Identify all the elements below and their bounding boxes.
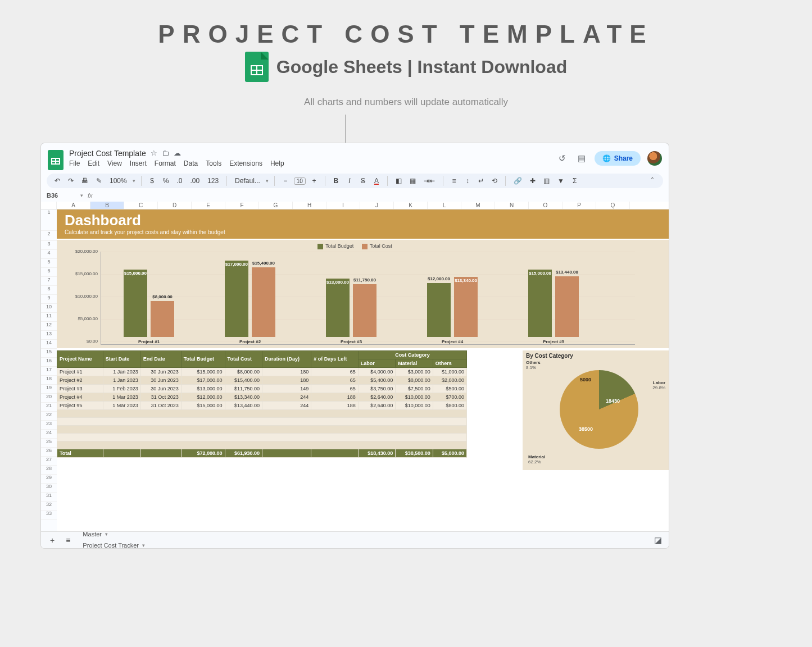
col-header-M[interactable]: M	[461, 202, 495, 209]
collapse-toolbar-button[interactable]: ˆ	[647, 176, 657, 186]
row-header-31[interactable]: 31	[41, 493, 57, 502]
row-header-11[interactable]: 11	[41, 313, 57, 322]
col-header-B[interactable]: B	[90, 202, 124, 209]
percent-button[interactable]: %	[161, 176, 171, 186]
explore-button[interactable]: ◪	[652, 534, 664, 546]
row-header-21[interactable]: 21	[41, 403, 57, 412]
row-header-12[interactable]: 12	[41, 322, 57, 331]
comment-button[interactable]: ✚	[528, 176, 538, 186]
cloud-icon[interactable]: ☁	[174, 149, 181, 157]
table-row[interactable]	[57, 441, 467, 449]
col-header-D[interactable]: D	[158, 202, 192, 209]
text-color-button[interactable]: A	[371, 176, 382, 186]
chevron-down-icon[interactable]: ▾	[142, 543, 145, 548]
filter-button[interactable]: ▼	[555, 176, 566, 186]
chart-button[interactable]: ▥	[541, 176, 552, 186]
avatar[interactable]	[647, 151, 662, 166]
table-row[interactable]: Project #51 Mar 202331 Oct 2023$15,000.0…	[57, 401, 467, 409]
row-header-18[interactable]: 18	[41, 376, 57, 385]
col-header-P[interactable]: P	[562, 202, 596, 209]
italic-button[interactable]: I	[344, 176, 355, 186]
row-header-23[interactable]: 23	[41, 421, 57, 430]
row-header-13[interactable]: 13	[41, 331, 57, 340]
menu-edit[interactable]: Edit	[88, 160, 99, 167]
move-icon[interactable]: 🗀	[162, 149, 169, 157]
all-sheets-button[interactable]: ≡	[61, 536, 75, 545]
row-header-22[interactable]: 22	[41, 412, 57, 421]
col-header-Q[interactable]: Q	[596, 202, 630, 209]
row-header-30[interactable]: 30	[41, 484, 57, 493]
merge-button[interactable]: ⇥⇤	[421, 176, 437, 186]
font-select[interactable]: Defaul...	[233, 176, 262, 186]
doc-title[interactable]: Project Cost Template	[69, 149, 146, 158]
col-header-G[interactable]: G	[259, 202, 293, 209]
share-button[interactable]: 🌐 Share	[595, 151, 641, 166]
row-header-10[interactable]: 10	[41, 304, 57, 313]
col-header-F[interactable]: F	[225, 202, 259, 209]
table-row[interactable]: Project #21 Jan 202330 Jun 2023$17,000.0…	[57, 376, 467, 384]
functions-button[interactable]: Σ	[570, 176, 580, 186]
row-header-32[interactable]: 32	[41, 502, 57, 511]
borders-button[interactable]: ▦	[407, 176, 418, 186]
col-header-E[interactable]: E	[192, 202, 225, 209]
valign-button[interactable]: ↕	[462, 176, 473, 186]
col-header-I[interactable]: I	[326, 202, 360, 209]
row-header-25[interactable]: 25	[41, 439, 57, 448]
summary-table[interactable]: Project NameStart DateEnd DateTotal Budg…	[57, 350, 467, 458]
table-row[interactable]: Project #31 Feb 202330 Jun 2023$13,000.0…	[57, 384, 467, 393]
bold-button[interactable]: B	[331, 176, 341, 186]
table-row[interactable]: Project #11 Jan 202330 Jun 2023$15,000.0…	[57, 367, 467, 376]
row-header-28[interactable]: 28	[41, 466, 57, 475]
menu-format[interactable]: Format	[155, 160, 176, 167]
table-row[interactable]	[57, 433, 467, 441]
row-header-26[interactable]: 26	[41, 448, 57, 457]
halign-button[interactable]: ≡	[449, 176, 459, 186]
column-headers[interactable]: ABCDEFGHIJKLMNOPQ	[41, 202, 669, 209]
link-button[interactable]: 🔗	[511, 176, 524, 186]
chevron-down-icon[interactable]: ▾	[105, 531, 108, 537]
table-row[interactable]	[57, 425, 467, 433]
wrap-button[interactable]: ↵	[476, 176, 486, 186]
row-header-9[interactable]: 9	[41, 295, 57, 304]
sheet-tab-project-cost-tracker[interactable]: Project Cost Tracker ▾	[77, 540, 151, 548]
row-header-8[interactable]: 8	[41, 286, 57, 295]
print-button[interactable]: 🖶	[79, 176, 90, 186]
col-header-N[interactable]: N	[495, 202, 529, 209]
row-header-29[interactable]: 29	[41, 475, 57, 484]
cell-reference[interactable]: B36	[47, 192, 76, 199]
undo-button[interactable]: ↶	[52, 176, 62, 186]
row-header-17[interactable]: 17	[41, 367, 57, 376]
row-header-19[interactable]: 19	[41, 385, 57, 394]
row-header-2[interactable]: 2	[41, 231, 57, 241]
row-header-15[interactable]: 15	[41, 349, 57, 358]
paint-format-button[interactable]: ✎	[94, 176, 104, 186]
col-header-corner[interactable]	[41, 202, 57, 209]
chevron-down-icon[interactable]: ▾	[80, 193, 83, 198]
col-header-A[interactable]: A	[57, 202, 90, 209]
menu-view[interactable]: View	[107, 160, 122, 167]
table-row[interactable]: Project #41 Mar 202331 Oct 2023$12,000.0…	[57, 393, 467, 401]
formula-input[interactable]	[97, 192, 663, 199]
col-header-K[interactable]: K	[394, 202, 428, 209]
col-header-J[interactable]: J	[360, 202, 394, 209]
row-header-1[interactable]: 1	[41, 209, 57, 231]
add-sheet-button[interactable]: +	[46, 536, 59, 545]
menu-file[interactable]: File	[69, 160, 80, 167]
zoom-select[interactable]: 100%	[107, 176, 129, 186]
currency-button[interactable]: $	[147, 176, 157, 186]
rotate-button[interactable]: ⟲	[489, 176, 500, 186]
menu-insert[interactable]: Insert	[130, 160, 147, 167]
row-header-6[interactable]: 6	[41, 268, 57, 277]
sheet-content[interactable]: Dashboard Calculate and track your proje…	[57, 209, 669, 531]
table-row[interactable]	[57, 417, 467, 425]
history-icon[interactable]: ↺	[556, 152, 569, 165]
decrease-decimal-button[interactable]: .0	[174, 176, 184, 186]
font-size-decrease[interactable]: −	[280, 176, 291, 186]
row-header-27[interactable]: 27	[41, 457, 57, 466]
row-header-24[interactable]: 24	[41, 430, 57, 439]
row-headers[interactable]: 1234567891011121314151617181920212223242…	[41, 209, 57, 531]
col-header-H[interactable]: H	[293, 202, 326, 209]
star-icon[interactable]: ☆	[151, 149, 157, 157]
font-size-input[interactable]: 10	[294, 177, 306, 185]
format-number-button[interactable]: 123	[205, 176, 221, 186]
